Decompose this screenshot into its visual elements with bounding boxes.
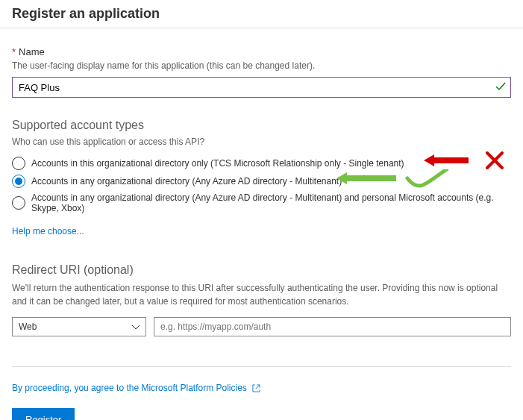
account-types-radio-group: Accounts in this organizational director… [12,154,511,216]
radio-multitenant[interactable]: Accounts in any organizational directory… [12,172,511,190]
name-hint: The user-facing display name for this ap… [12,60,511,71]
register-button[interactable]: Register [12,408,75,420]
radio-label: Accounts in this organizational director… [31,158,404,169]
radio-single-tenant[interactable]: Accounts in this organizational director… [12,154,511,172]
redirect-type-select[interactable]: Web [12,317,146,336]
radio-icon [12,157,25,170]
help-me-choose-link[interactable]: Help me choose... [12,226,84,236]
name-input[interactable] [12,77,511,98]
svg-marker-0 [424,154,469,166]
radio-multitenant-personal[interactable]: Accounts in any organizational directory… [12,190,511,216]
account-types-header: Supported account types [12,119,511,132]
account-types-hint: Who can use this application or access t… [12,137,511,147]
external-link-icon [252,384,260,392]
radio-label: Accounts in any organizational directory… [31,176,342,187]
radio-icon [12,175,25,188]
platform-policies-link[interactable]: By proceeding, you agree to the Microsof… [12,383,260,393]
valid-check-icon [495,81,507,95]
radio-icon [12,196,25,210]
radio-label: Accounts in any organizational directory… [31,192,511,213]
redirect-uri-header: Redirect URI (optional) [12,263,511,277]
chevron-down-icon [132,322,140,332]
redirect-uri-desc: We'll return the authentication response… [12,281,511,308]
svg-marker-1 [336,172,396,184]
redirect-type-value: Web [19,322,37,332]
name-label: *Name [12,46,511,57]
redirect-uri-input[interactable] [154,317,511,336]
divider [0,28,523,28]
page-title: Register an application [12,6,511,22]
